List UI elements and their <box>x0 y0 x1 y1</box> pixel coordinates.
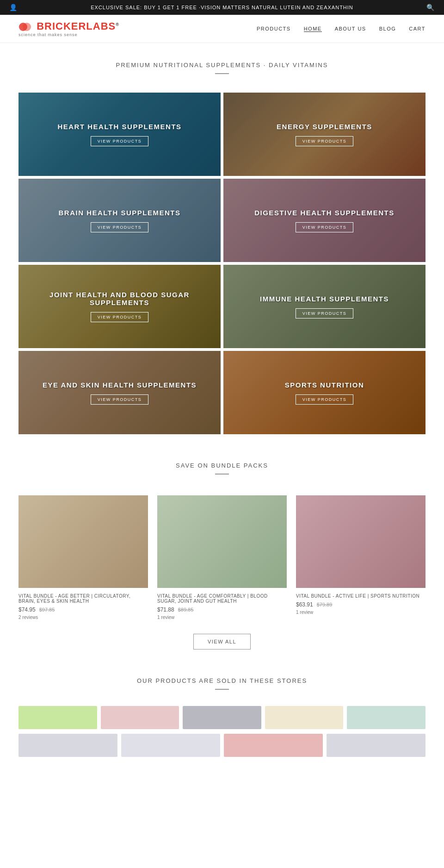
category-title-energy: ENERGY SUPPLEMENTS <box>267 123 382 131</box>
bundle-reviews-bundle3: 1 review <box>296 610 426 615</box>
category-title-eye: EYE AND SKIN HEALTH SUPPLEMENTS <box>33 381 206 389</box>
nav-cart[interactable]: CART <box>409 26 426 31</box>
logo-brand1: BRICKER <box>37 20 86 32</box>
svg-point-1 <box>23 23 31 31</box>
category-eye[interactable]: EYE AND SKIN HEALTH SUPPLEMENTS VIEW PRO… <box>18 351 221 434</box>
category-title-immune: IMMUNE HEALTH SUPPLEMENTS <box>251 295 398 303</box>
store-logo-store3 <box>183 706 261 729</box>
announcement-text: EXCLUSIVE SALE: BUY 1 GET 1 FREE ·VISION… <box>18 5 426 10</box>
category-title-digestive: DIGESTIVE HEALTH SUPPLEMENTS <box>245 209 404 217</box>
bundle-prices-bundle3: $63.91 $79.89 <box>296 601 426 608</box>
category-immune[interactable]: IMMUNE HEALTH SUPPLEMENTS VIEW PRODUCTS <box>223 265 426 348</box>
nav-about[interactable]: ABOUT US <box>335 26 366 31</box>
bundle-price-current-bundle3: $63.91 <box>296 601 313 608</box>
nav-products[interactable]: PRODUCTS <box>257 26 291 31</box>
logo-trademark: ® <box>116 22 119 27</box>
bundle-heading: SAVE ON BUNDLE PACKS <box>18 462 426 469</box>
store-logo-store7 <box>121 734 220 757</box>
view-all-button[interactable]: VIEW ALL <box>193 634 251 649</box>
bundle-section: SAVE ON BUNDLE PACKS <box>0 443 444 491</box>
bundle-name-bundle1: VITAL BUNDLE - AGE BETTER | CIRCULATORY,… <box>18 593 148 604</box>
category-energy[interactable]: ENERGY SUPPLEMENTS VIEW PRODUCTS <box>223 93 426 176</box>
category-title-heart: HEART HEALTH SUPPLEMENTS <box>48 123 191 131</box>
person-icon: 👤 <box>9 4 18 11</box>
view-products-btn-sports[interactable]: VIEW PRODUCTS <box>296 394 354 405</box>
stores-section: OUR PRODUCTS ARE SOLD IN THESE STORES <box>0 663 444 780</box>
store-logo-store4 <box>265 706 344 729</box>
nav-blog[interactable]: BLOG <box>379 26 396 31</box>
store-logo-store6 <box>18 734 117 757</box>
view-products-btn-brain[interactable]: VIEW PRODUCTS <box>91 222 149 232</box>
bundle-image-bundle2 <box>157 495 287 588</box>
bundle-item-bundle3[interactable]: VITAL BUNDLE - ACTIVE LIFE | SPORTS NUTR… <box>296 495 426 620</box>
category-heart[interactable]: HEART HEALTH SUPPLEMENTS VIEW PRODUCTS <box>18 93 221 176</box>
stores-heading: OUR PRODUCTS ARE SOLD IN THESE STORES <box>18 677 426 684</box>
view-products-btn-energy[interactable]: VIEW PRODUCTS <box>296 136 354 146</box>
stores-divider <box>215 689 229 690</box>
logo-tagline: science that makes sense <box>18 32 119 37</box>
bundle-prices-bundle1: $74.95 $97.85 <box>18 606 148 613</box>
bundle-price-old-bundle1: $97.85 <box>39 607 55 612</box>
bundle-price-current-bundle1: $74.95 <box>18 606 36 613</box>
announcement-bar: 👤 EXCLUSIVE SALE: BUY 1 GET 1 FREE ·VISI… <box>0 0 444 15</box>
stores-grid-row2 <box>18 734 426 766</box>
hero-section: PREMIUM NUTRITIONAL SUPPLEMENTS · DAILY … <box>0 43 444 83</box>
category-digestive[interactable]: DIGESTIVE HEALTH SUPPLEMENTS VIEW PRODUC… <box>223 179 426 262</box>
bundle-divider <box>215 474 229 475</box>
store-logo-store8 <box>224 734 323 757</box>
bundle-item-bundle1[interactable]: VITAL BUNDLE - AGE BETTER | CIRCULATORY,… <box>18 495 148 620</box>
view-products-btn-eye[interactable]: VIEW PRODUCTS <box>91 394 149 405</box>
bundle-image-bundle3 <box>296 495 426 588</box>
store-logo-store2 <box>101 706 179 729</box>
bundle-prices-bundle2: $71.88 $89.85 <box>157 606 287 613</box>
view-products-btn-joint[interactable]: VIEW PRODUCTS <box>91 312 149 322</box>
view-all-wrap: VIEW ALL <box>0 624 444 663</box>
logo-icon <box>18 22 31 31</box>
bundle-item-bundle2[interactable]: VITAL BUNDLE - AGE COMFORTABLY | BLOOD S… <box>157 495 287 620</box>
main-nav: PRODUCTS HOME ABOUT US BLOG CART <box>257 26 426 32</box>
category-brain[interactable]: BRAIN HEALTH SUPPLEMENTS VIEW PRODUCTS <box>18 179 221 262</box>
bundle-reviews-bundle2: 1 review <box>157 615 287 620</box>
hero-divider <box>215 73 229 74</box>
logo[interactable]: BRICKERLABS® science that makes sense <box>18 20 119 37</box>
store-logo-store5 <box>347 706 426 729</box>
category-title-brain: BRAIN HEALTH SUPPLEMENTS <box>49 209 190 217</box>
store-logo-store9 <box>327 734 426 757</box>
hero-headline: PREMIUM NUTRITIONAL SUPPLEMENTS · DAILY … <box>9 62 435 69</box>
category-joint[interactable]: JOINT HEALTH AND BLOOD SUGAR SUPPLEMENTS… <box>18 265 221 348</box>
logo-brand2: LABS <box>86 20 116 32</box>
view-products-btn-immune[interactable]: VIEW PRODUCTS <box>296 308 354 318</box>
stores-grid-row1 <box>18 697 426 734</box>
view-products-btn-digestive[interactable]: VIEW PRODUCTS <box>296 222 354 232</box>
category-sports[interactable]: SPORTS NUTRITION VIEW PRODUCTS <box>223 351 426 434</box>
bundle-image-bundle1 <box>18 495 148 588</box>
search-icon[interactable]: 🔍 <box>426 4 435 11</box>
view-products-btn-heart[interactable]: VIEW PRODUCTS <box>91 136 149 146</box>
bundle-name-bundle3: VITAL BUNDLE - ACTIVE LIFE | SPORTS NUTR… <box>296 593 426 599</box>
bundle-price-old-bundle2: $89.85 <box>178 607 194 612</box>
bundle-grid: VITAL BUNDLE - AGE BETTER | CIRCULATORY,… <box>0 491 444 624</box>
bundle-name-bundle2: VITAL BUNDLE - AGE COMFORTABLY | BLOOD S… <box>157 593 287 604</box>
category-grid: HEART HEALTH SUPPLEMENTS VIEW PRODUCTS E… <box>0 83 444 443</box>
category-title-joint: JOINT HEALTH AND BLOOD SUGAR SUPPLEMENTS <box>18 291 221 306</box>
category-title-sports: SPORTS NUTRITION <box>276 381 374 389</box>
site-header: BRICKERLABS® science that makes sense PR… <box>0 15 444 43</box>
bundle-price-old-bundle3: $79.89 <box>317 602 333 607</box>
bundle-price-current-bundle2: $71.88 <box>157 606 174 613</box>
nav-home[interactable]: HOME <box>304 26 322 32</box>
bundle-reviews-bundle1: 2 reviews <box>18 615 148 620</box>
store-logo-store1 <box>18 706 97 729</box>
